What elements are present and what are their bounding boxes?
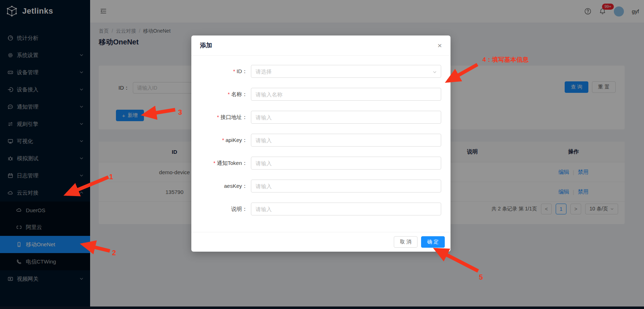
aeskey-input[interactable] xyxy=(251,180,441,192)
field-label: *接口地址： xyxy=(200,114,247,121)
required-asterisk: * xyxy=(217,114,219,120)
form-row-apikey: *apiKey： xyxy=(200,134,441,147)
field-label: *名称： xyxy=(200,91,247,98)
close-icon[interactable]: × xyxy=(438,42,442,49)
apikey-input[interactable] xyxy=(251,134,441,147)
id-select[interactable] xyxy=(251,65,441,78)
description-input[interactable] xyxy=(251,203,441,215)
name-input[interactable] xyxy=(251,88,441,101)
form-row-api-address: *接口地址： xyxy=(200,111,441,124)
form-row-aeskey: aesKey： xyxy=(200,180,441,192)
required-asterisk: * xyxy=(233,68,235,74)
dialog-title: 添加 xyxy=(200,41,438,49)
add-dialog: 添加 × *ID： *名称： *接口地址： *apiKey： *通知Token： xyxy=(191,35,451,252)
field-label: *apiKey： xyxy=(200,137,247,144)
dialog-footer: 取 消 确 定 xyxy=(191,232,451,252)
api-address-input[interactable] xyxy=(251,111,441,124)
cancel-button[interactable]: 取 消 xyxy=(394,236,417,248)
dialog-header: 添加 × xyxy=(191,35,451,56)
confirm-button[interactable]: 确 定 xyxy=(421,236,445,248)
field-label: *通知Token： xyxy=(200,160,247,167)
notify-token-input[interactable] xyxy=(251,157,441,170)
form-row-name: *名称： xyxy=(200,88,441,101)
field-label: aesKey： xyxy=(200,183,247,190)
field-label: *ID： xyxy=(200,68,247,75)
field-label: 说明： xyxy=(200,206,247,213)
form-row-notify-token: *通知Token： xyxy=(200,157,441,170)
required-asterisk: * xyxy=(222,137,224,143)
dialog-form: *ID： *名称： *接口地址： *apiKey： *通知Token： aesK… xyxy=(191,56,451,215)
required-asterisk: * xyxy=(228,91,230,97)
form-row-description: 说明： xyxy=(200,203,441,215)
required-asterisk: * xyxy=(214,160,215,166)
app-window: Jetlinks 统计分析 系统设置 设备管理 设备接入 xyxy=(0,0,644,309)
form-row-id: *ID： xyxy=(200,65,441,78)
